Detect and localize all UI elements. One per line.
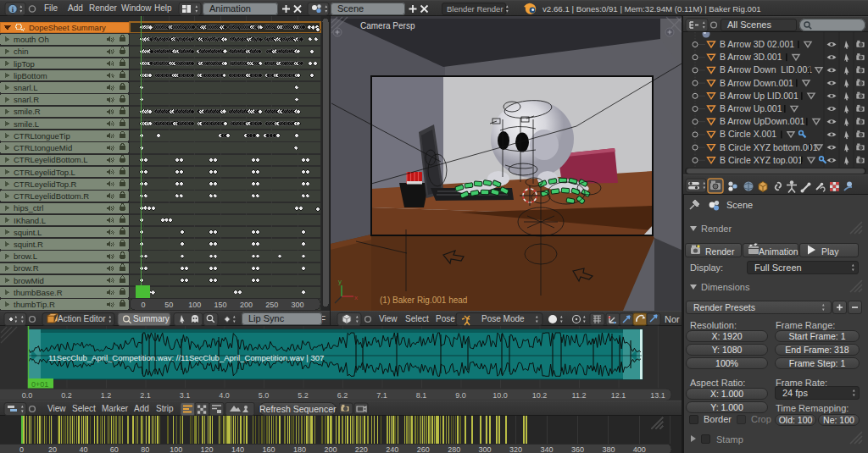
svg-text:380: 380 (602, 445, 615, 453)
svg-text:140: 140 (231, 445, 244, 453)
svg-text:smile.L: smile.L (14, 119, 39, 129)
svg-text:0.2: 0.2 (61, 391, 72, 400)
svg-text:lipBottom: lipBottom (14, 71, 47, 80)
svg-text:180: 180 (293, 445, 306, 453)
svg-text:300: 300 (479, 445, 492, 453)
svg-text:B Arrow 3D 02.001: B Arrow 3D 02.001 (720, 39, 794, 49)
svg-text:hips_ctrl: hips_ctrl (14, 203, 43, 213)
svg-text:y: y (338, 278, 342, 285)
svg-text:120: 120 (201, 445, 214, 453)
svg-text:100: 100 (188, 301, 201, 309)
svg-text:160: 160 (262, 445, 275, 453)
svg-text:0+01: 0+01 (31, 380, 48, 389)
svg-text:200: 200 (240, 301, 253, 309)
svg-text:B Arrow Up LID.001: B Arrow Up LID.001 (720, 91, 798, 101)
svg-text:browMid: browMid (14, 276, 44, 285)
svg-text:400: 400 (633, 445, 646, 453)
svg-text:12.1: 12.1 (611, 391, 626, 400)
svg-text:thumbBase.R: thumbBase.R (14, 288, 63, 297)
svg-text:(1) Baker Rig.001 head: (1) Baker Rig.001 head (380, 296, 467, 305)
svg-text:snarl.R: snarl.R (14, 95, 39, 104)
svg-text:squint.L: squint.L (14, 228, 42, 237)
svg-text:Camera Persp: Camera Persp (360, 21, 415, 30)
svg-text:CTRLeyelidBottom.L: CTRLeyelidBottom.L (14, 155, 88, 164)
svg-text:B Arrow Up.001: B Arrow Up.001 (720, 103, 782, 113)
svg-text:250: 250 (265, 301, 278, 309)
svg-text:50: 50 (164, 301, 173, 309)
svg-text:80: 80 (141, 445, 149, 453)
svg-text:200: 200 (324, 445, 337, 453)
svg-text:CTRLeyelidTop.L: CTRLeyelidTop.L (14, 168, 75, 177)
svg-text:2.1: 2.1 (140, 391, 151, 400)
svg-text:4.0: 4.0 (219, 391, 230, 400)
svg-text:220: 220 (355, 445, 368, 453)
svg-text:0: 0 (19, 445, 24, 453)
svg-text:0.0: 0.0 (22, 391, 33, 400)
svg-text:IKhand.L: IKhand.L (14, 216, 46, 225)
svg-text:squint.R: squint.R (14, 240, 43, 249)
svg-text:60: 60 (110, 445, 119, 453)
svg-text:Nor: Nor (665, 314, 680, 324)
svg-text:40: 40 (79, 445, 87, 453)
svg-text:13.1: 13.1 (650, 391, 665, 400)
svg-text:B Arrow 3D.001: B Arrow 3D.001 (720, 52, 782, 62)
svg-text:5.0: 5.0 (259, 391, 270, 400)
svg-text:0: 0 (141, 301, 145, 309)
svg-text:8.1: 8.1 (416, 391, 427, 400)
svg-text:mouth Oh: mouth Oh (14, 35, 49, 44)
svg-text:lipTop: lipTop (14, 59, 35, 69)
svg-text:9.0: 9.0 (455, 391, 466, 400)
svg-text:B Circle XYZ bottom.001: B Circle XYZ bottom.001 (720, 142, 818, 152)
svg-text:260: 260 (417, 445, 430, 453)
svg-text:320: 320 (509, 445, 522, 453)
svg-text:x: x (354, 294, 358, 301)
svg-text:280: 280 (448, 445, 460, 453)
svg-text:360: 360 (571, 445, 584, 453)
svg-text:DopeSheet Summary: DopeSheet Summary (29, 23, 106, 32)
svg-text:10.2: 10.2 (532, 391, 548, 400)
svg-text:smile.R: smile.R (14, 107, 41, 116)
svg-text:B Circle XYZ top.001: B Circle XYZ top.001 (720, 155, 803, 165)
svg-text:10.0: 10.0 (492, 391, 508, 400)
svg-text:7.1: 7.1 (376, 391, 387, 400)
svg-text:snarl.L: snarl.L (14, 83, 38, 92)
svg-text:100: 100 (170, 445, 182, 453)
svg-text:6.2: 6.2 (337, 391, 348, 400)
svg-text:11SecClub_April_Competition.wa: 11SecClub_April_Competition.wav: //11Sec… (48, 353, 324, 362)
svg-text:300: 300 (292, 301, 304, 309)
svg-text:11.2: 11.2 (572, 391, 587, 400)
svg-text:CTRLeyelidTop.R: CTRLeyelidTop.R (14, 180, 77, 189)
svg-text:150: 150 (214, 301, 227, 309)
svg-text:CTRLtongueTip: CTRLtongueTip (14, 131, 70, 141)
svg-text:240: 240 (386, 445, 398, 453)
svg-text:B Arrow UpDown.001: B Arrow UpDown.001 (720, 116, 805, 126)
svg-text:CTRLtongueMid: CTRLtongueMid (14, 143, 72, 152)
svg-text:20: 20 (48, 445, 57, 453)
svg-text:B Arrow Down LID.001: B Arrow Down LID.001 (720, 64, 812, 75)
svg-text:brow.L: brow.L (14, 251, 37, 261)
svg-text:brow.R: brow.R (14, 263, 39, 273)
svg-text:3.1: 3.1 (180, 391, 191, 400)
svg-text:B Arrow Down.001: B Arrow Down.001 (720, 78, 793, 88)
svg-text:B Circle X.001: B Circle X.001 (720, 129, 776, 139)
svg-text:CTRLeyelidBottom.R: CTRLeyelidBottom.R (14, 191, 89, 201)
svg-text:5.2: 5.2 (298, 391, 309, 400)
svg-text:340: 340 (540, 445, 553, 453)
svg-text:1.2: 1.2 (101, 391, 112, 400)
svg-text:chin: chin (14, 47, 28, 56)
svg-text:thumbTip.R: thumbTip.R (14, 300, 55, 309)
